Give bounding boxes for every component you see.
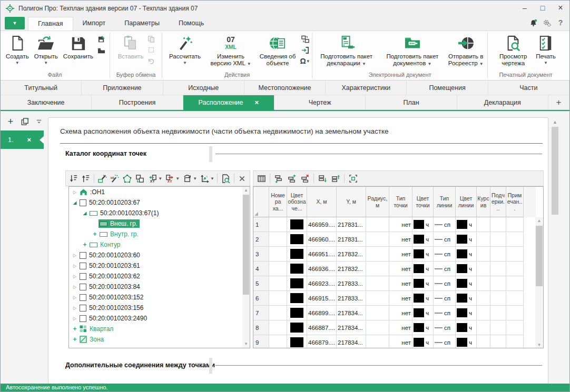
cell-numbers[interactable]: [269, 276, 287, 291]
color-swatch[interactable]: [414, 279, 424, 288]
cell-line_color[interactable]: ч: [456, 232, 477, 247]
tree-expander-icon[interactable]: ▷: [71, 190, 78, 195]
cell-numbers[interactable]: [269, 320, 287, 335]
cell-numbers[interactable]: [269, 247, 287, 262]
cell-x[interactable]: 466959....: [307, 217, 337, 232]
swap-objects-button[interactable]: [300, 35, 310, 43]
tree-expander-icon[interactable]: ▷: [71, 253, 78, 258]
color-swatch[interactable]: [457, 308, 467, 317]
scrollbar-thumb[interactable]: [552, 127, 558, 215]
column-header[interactable]: Курсив: [477, 187, 490, 217]
checkbox-icon[interactable]: [80, 294, 86, 301]
settings-gears-icon[interactable]: [542, 18, 552, 27]
cell-num[interactable]: 7: [253, 306, 269, 320]
cell-note[interactable]: [506, 247, 524, 262]
notifications-bell-icon[interactable]: [528, 18, 538, 27]
add-section-tab[interactable]: +: [548, 95, 569, 110]
cell-point_type[interactable]: нет: [389, 320, 412, 335]
cell-mark_color[interactable]: [287, 247, 307, 262]
cell-x[interactable]: 466923....: [307, 276, 337, 291]
color-swatch[interactable]: [457, 279, 467, 288]
cell-line_type[interactable]: сп: [434, 306, 456, 320]
color-swatch[interactable]: [457, 220, 467, 229]
swap-contours-icon[interactable]: [134, 173, 145, 184]
menu-tab[interactable]: Главная: [28, 17, 73, 31]
drawing-preview-button[interactable]: Просмотр чертежа: [494, 33, 533, 67]
cell-numbers[interactable]: [269, 291, 287, 306]
tree-add-icon[interactable]: +: [71, 325, 78, 333]
cell-line_color[interactable]: ч: [456, 320, 477, 335]
cell-mark_color[interactable]: [287, 335, 307, 348]
page-tab-1[interactable]: 1. ×: [1, 130, 44, 149]
autonumber-points-icon[interactable]: H1: [110, 173, 121, 184]
cell-point_color[interactable]: ч: [412, 217, 434, 232]
prepare-declaration-package-button[interactable]: Подготовить пакет декларации ▼: [314, 33, 379, 67]
column-header[interactable]: Радиус, м: [366, 187, 389, 217]
scrollbar-thumb[interactable]: [536, 226, 543, 286]
insert-row-icon[interactable]: [286, 173, 298, 184]
cell-italic[interactable]: [477, 335, 490, 348]
column-header[interactable]: Цвет линии: [456, 187, 477, 217]
cell-note[interactable]: [506, 262, 524, 276]
cell-mark_color[interactable]: [287, 306, 307, 320]
cell-line_type[interactable]: сп: [434, 262, 456, 276]
tree-expander-icon[interactable]: ▷: [71, 316, 78, 321]
cell-italic[interactable]: [477, 291, 490, 306]
cell-italic[interactable]: [477, 262, 490, 276]
cell-y[interactable]: 217832...: [337, 247, 366, 262]
table-row[interactable]: 1466959....217831...нетчспч: [253, 217, 536, 232]
tree-add-icon[interactable]: +: [91, 230, 99, 238]
cell-underline[interactable]: [490, 335, 506, 348]
tree-expander-icon[interactable]: ◢: [71, 200, 78, 205]
tree-expander-icon[interactable]: ▷: [71, 306, 78, 310]
catalog-section-header[interactable]: Каталог координат точек: [60, 148, 543, 160]
tree-item[interactable]: ◢50:20:0010203:67(1): [69, 208, 250, 218]
tree-item[interactable]: +Внутр. гр.: [69, 229, 250, 239]
color-swatch[interactable]: [414, 323, 424, 332]
cell-line_color[interactable]: ч: [456, 276, 477, 291]
tree-item[interactable]: +Квартал: [69, 324, 250, 334]
cell-point_type[interactable]: нет: [389, 291, 412, 306]
cell-radius[interactable]: [366, 276, 389, 291]
save-as-button[interactable]: [96, 35, 106, 43]
tree-item[interactable]: ▷50:20:0010203:2490: [69, 313, 250, 324]
cell-num[interactable]: 1: [253, 217, 269, 232]
cell-x[interactable]: 466887....: [307, 320, 337, 335]
cell-note[interactable]: [506, 320, 524, 335]
prepare-documents-package-button[interactable]: Подготовить пакет документов ▼: [380, 33, 445, 67]
undo-button[interactable]: [146, 57, 156, 65]
table-row[interactable]: 8466887....217834...нетчспч: [253, 320, 536, 335]
menu-tab[interactable]: Параметры: [115, 17, 169, 31]
cell-x[interactable]: 466899....: [307, 306, 337, 320]
collapse-panel-icon[interactable]: [34, 117, 44, 126]
scroll-up-icon[interactable]: ▲: [242, 187, 250, 194]
close-page-icon[interactable]: ×: [27, 136, 31, 144]
cell-num[interactable]: 4: [253, 262, 269, 276]
print-button[interactable]: Печать ▼: [534, 33, 558, 65]
cell-y[interactable]: 217834...: [337, 306, 366, 320]
save-button[interactable]: Сохранить: [61, 33, 95, 60]
cell-underline[interactable]: [490, 217, 506, 232]
section-tab[interactable]: Расположение×: [183, 95, 274, 110]
cell-numbers[interactable]: [269, 217, 287, 232]
tree-item[interactable]: ▷50:20:0010203:84: [69, 282, 250, 292]
checkbox-icon[interactable]: [80, 263, 86, 269]
tree-scrollbar[interactable]: ▲ ▼: [242, 187, 250, 348]
scroll-down-icon[interactable]: ▼: [535, 341, 543, 348]
cell-radius[interactable]: [366, 306, 389, 320]
tree-item[interactable]: ▷50:20:0010203:60: [69, 250, 250, 260]
table-scrollbar[interactable]: ▲ ▼: [535, 217, 543, 348]
tree-item[interactable]: ▷50:20:0010203:61: [69, 260, 250, 271]
table-row[interactable]: 5466923....217833...нетчспч: [253, 276, 536, 291]
table-row[interactable]: 6466915....217833...нетчспч: [253, 291, 536, 306]
tree-item[interactable]: ◢50:20:0010203:67: [69, 197, 250, 208]
cell-y[interactable]: 217834...: [337, 320, 366, 335]
tree-item[interactable]: ▷:ОН1: [69, 187, 250, 197]
sort-points-asc-icon[interactable]: [81, 173, 92, 184]
cell-point_color[interactable]: ч: [412, 291, 434, 306]
checkbox-icon[interactable]: [80, 305, 86, 311]
cell-italic[interactable]: [477, 320, 490, 335]
section-tab[interactable]: Части: [488, 81, 569, 95]
cell-underline[interactable]: [490, 232, 506, 247]
color-swatch[interactable]: [290, 293, 303, 303]
